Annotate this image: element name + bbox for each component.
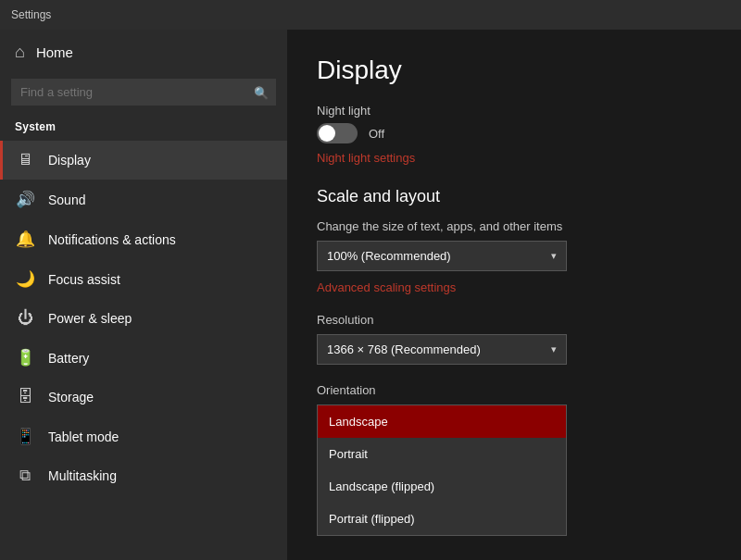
night-light-settings-link[interactable]: Night light settings (317, 151, 415, 165)
sidebar-item-notifications[interactable]: 🔔 Notifications & actions (0, 219, 287, 259)
sidebar-item-focus-assist[interactable]: 🌙 Focus assist (0, 259, 287, 299)
change-text-label: Change the size of text, apps, and other… (317, 219, 711, 233)
resolution-label: Resolution (317, 313, 711, 327)
resolution-value: 1366 × 768 (Recommended) (327, 342, 481, 356)
content-area: Display Night light Off Night light sett… (287, 30, 741, 560)
orientation-option-portrait-flipped[interactable]: Portrait (flipped) (318, 503, 566, 535)
orientation-dropdown[interactable]: Landscape Portrait Landscape (flipped) P… (317, 404, 567, 536)
scale-dropdown-arrow: ▾ (551, 250, 557, 262)
tablet-mode-icon: 📱 (15, 427, 35, 446)
night-light-row: Off (317, 123, 711, 143)
sidebar-item-power-sleep[interactable]: ⏻ Power & sleep (0, 299, 287, 338)
storage-icon: 🗄 (15, 388, 35, 406)
sidebar-item-sound[interactable]: 🔊 Sound (0, 180, 287, 219)
sidebar-item-focus-assist-label: Focus assist (48, 272, 120, 287)
resolution-dropdown[interactable]: 1366 × 768 (Recommended) ▾ (317, 334, 567, 365)
sidebar-home-label: Home (36, 44, 73, 60)
night-light-label: Night light (317, 104, 711, 118)
page-title: Display (317, 56, 711, 85)
title-bar: Settings (0, 0, 741, 30)
sidebar: ⌂ Home 🔍 System 🖥 Display 🔊 Sound 🔔 Noti… (0, 30, 287, 560)
search-input[interactable] (11, 79, 276, 106)
sidebar-item-notifications-label: Notifications & actions (48, 232, 176, 247)
search-box: 🔍 (11, 79, 276, 106)
sidebar-item-power-sleep-label: Power & sleep (48, 311, 132, 326)
sidebar-item-storage-label: Storage (48, 390, 94, 404)
scale-value: 100% (Recommended) (327, 249, 451, 263)
orientation-option-landscape-flipped[interactable]: Landscape (flipped) (318, 470, 566, 503)
resolution-dropdown-arrow: ▾ (551, 343, 557, 355)
sidebar-item-display[interactable]: 🖥 Display (0, 141, 287, 180)
night-light-state: Off (369, 127, 384, 141)
sidebar-item-battery-label: Battery (48, 351, 89, 366)
orientation-label: Orientation (317, 383, 711, 397)
multitasking-icon: ⧉ (15, 467, 35, 485)
power-sleep-icon: ⏻ (15, 309, 35, 328)
toggle-thumb (319, 125, 335, 142)
title-bar-label: Settings (11, 8, 51, 21)
sidebar-item-sound-label: Sound (48, 193, 85, 207)
orientation-option-portrait[interactable]: Portrait (318, 438, 566, 470)
sidebar-item-tablet-mode[interactable]: 📱 Tablet mode (0, 417, 287, 456)
sidebar-item-home[interactable]: ⌂ Home (0, 30, 287, 75)
battery-icon: 🔋 (15, 348, 35, 367)
advanced-scaling-link[interactable]: Advanced scaling settings (317, 280, 456, 294)
orientation-option-landscape[interactable]: Landscape (318, 405, 566, 438)
focus-assist-icon: 🌙 (15, 269, 35, 289)
sidebar-item-tablet-mode-label: Tablet mode (48, 429, 119, 444)
sidebar-item-display-label: Display (48, 153, 91, 168)
sidebar-item-storage[interactable]: 🗄 Storage (0, 378, 287, 417)
search-icon: 🔍 (254, 85, 269, 99)
main-layout: ⌂ Home 🔍 System 🖥 Display 🔊 Sound 🔔 Noti… (0, 30, 741, 560)
display-icon: 🖥 (15, 151, 35, 169)
night-light-toggle[interactable] (317, 123, 358, 143)
scale-dropdown[interactable]: 100% (Recommended) ▾ (317, 241, 567, 271)
scale-and-layout-heading: Scale and layout (317, 187, 711, 206)
sidebar-item-battery[interactable]: 🔋 Battery (0, 338, 287, 378)
sound-icon: 🔊 (15, 190, 35, 209)
notifications-icon: 🔔 (15, 230, 35, 249)
sidebar-item-multitasking-label: Multitasking (48, 468, 117, 483)
sidebar-item-multitasking[interactable]: ⧉ Multitasking (0, 456, 287, 495)
sidebar-section-title: System (0, 117, 287, 141)
home-icon: ⌂ (15, 43, 25, 62)
